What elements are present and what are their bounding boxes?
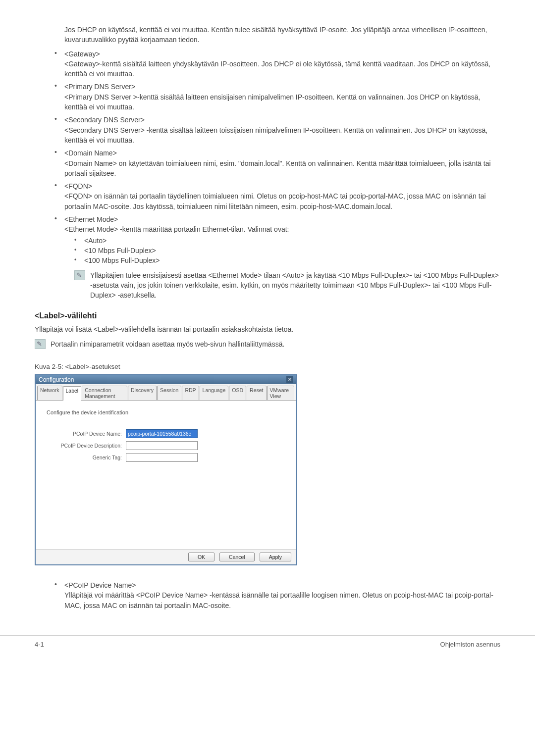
sub-bullet-100mbps: • <100 Mbps Full-Duplex> (74, 256, 500, 264)
term-fqdn: <FQDN> (64, 181, 500, 191)
desc-domain-name: <Domain Name> on käytettävän toimialueen… (64, 158, 500, 179)
note-ethernet: Ylläpitäjien tulee ensisijaisesti asetta… (74, 270, 500, 301)
tab-rdp[interactable]: RDP (182, 386, 199, 400)
bullet-pcoip-device-name: • <PCoIP Device Name> Ylläpitäjä voi mää… (54, 580, 500, 610)
bullet-fqdn: • <FQDN> <FQDN> on isännän tai portaalin… (54, 181, 500, 211)
dialog-titlebar: Configuration ✕ (36, 375, 296, 384)
term-gateway: <Gateway> (64, 49, 500, 59)
tab-session[interactable]: Session (157, 386, 181, 400)
intro-paragraph: Jos DHCP on käytössä, kenttää ei voi muu… (64, 25, 500, 45)
option-10mbps: <10 Mbps Full-Duplex> (84, 247, 500, 254)
footer-right: Ohjelmiston asennus (440, 641, 500, 648)
tab-osd[interactable]: OSD (229, 386, 246, 400)
label-para: Ylläpitäjä voi lisätä <Label>-välilehdel… (35, 324, 500, 334)
input-device-name[interactable] (126, 429, 198, 438)
bullet-dot-icon: • (74, 237, 84, 245)
apply-button[interactable]: Apply (260, 553, 291, 561)
bullet-dot-icon: • (54, 115, 64, 145)
tab-network[interactable]: Network (37, 386, 62, 400)
tab-connection-management[interactable]: Connection Management (82, 386, 127, 400)
figure-caption: Kuva 2-5: <Label>-asetukset (35, 363, 500, 370)
bullet-dot-icon: • (54, 214, 64, 235)
bullet-domain-name: • <Domain Name> <Domain Name> on käytett… (54, 148, 500, 178)
bullet-dot-icon: • (74, 256, 84, 264)
sub-bullet-auto: • <Auto> (74, 237, 500, 245)
term-domain-name: <Domain Name> (64, 148, 500, 158)
close-icon[interactable]: ✕ (286, 376, 293, 383)
term-primary-dns: <Primary DNS Server> (64, 82, 500, 92)
label-device-name: PCoIP Device Name: (47, 431, 126, 437)
bullet-dot-icon: • (54, 181, 64, 211)
label-generic-tag: Generic Tag: (47, 454, 126, 460)
configuration-dialog: Configuration ✕ NetworkLabelConnection M… (35, 374, 297, 565)
tab-language[interactable]: Language (200, 386, 229, 400)
note-label: Portaalin nimiparametrit voidaan asettaa… (35, 339, 500, 349)
input-generic-tag[interactable] (126, 453, 198, 462)
bullet-dot-icon: • (54, 82, 64, 112)
tab-discovery[interactable]: Discovery (128, 386, 157, 400)
tab-label[interactable]: Label (63, 386, 82, 401)
dialog-body: Configure the device identification PCoI… (36, 401, 296, 549)
ok-button[interactable]: OK (188, 553, 214, 561)
input-device-description[interactable] (126, 441, 198, 450)
row-generic-tag: Generic Tag: (47, 453, 285, 462)
row-device-name: PCoIP Device Name: (47, 429, 285, 438)
note-ethernet-text: Ylläpitäjien tulee ensisijaisesti asetta… (90, 270, 500, 301)
dialog-tabs: NetworkLabelConnection ManagementDiscove… (36, 384, 296, 401)
bullet-ethernet-mode: • <Ethernet Mode> <Ethernet Mode> -kentt… (54, 214, 500, 235)
tab-vmware-view[interactable]: VMware View (267, 386, 295, 400)
desc-secondary-dns: <Secondary DNS Server> -kenttä sisältää … (64, 125, 500, 146)
term-ethernet-mode: <Ethernet Mode> (64, 214, 500, 224)
desc-ethernet-mode: <Ethernet Mode> -kenttä määrittää portaa… (64, 224, 500, 234)
sub-bullet-10mbps: • <10 Mbps Full-Duplex> (74, 247, 500, 254)
bullet-dot-icon: • (54, 148, 64, 178)
section-title-label-tab: <Label>-välilehti (35, 311, 500, 320)
option-100mbps: <100 Mbps Full-Duplex> (84, 256, 500, 264)
page-footer: 4-1 Ohjelmiston asennus (0, 635, 535, 663)
row-device-description: PCoIP Device Description: (47, 441, 285, 450)
desc-gateway: <Gateway>-kenttä sisältää laitteen yhdys… (64, 59, 500, 79)
bullet-gateway: • <Gateway> <Gateway>-kenttä sisältää la… (54, 49, 500, 79)
desc-pcoip-device-name: Ylläpitäjä voi määrittää <PCoIP Device N… (64, 590, 500, 610)
bullet-dot-icon: • (74, 247, 84, 254)
bullet-primary-dns: • <Primary DNS Server> <Primary DNS Serv… (54, 82, 500, 112)
bullet-dot-icon: • (54, 580, 64, 610)
note-icon (35, 339, 46, 349)
dialog-footer: OK Cancel Apply (36, 549, 296, 564)
desc-primary-dns: <Primary DNS Server >-kenttä sisältää la… (64, 92, 500, 112)
term-pcoip-device-name: <PCoIP Device Name> (64, 580, 500, 590)
desc-fqdn: <FQDN> on isännän tai portaalin täydelli… (64, 191, 500, 211)
label-device-description: PCoIP Device Description: (47, 443, 126, 449)
option-auto: <Auto> (84, 237, 500, 245)
cancel-button[interactable]: Cancel (219, 553, 255, 561)
bullet-dot-icon: • (54, 49, 64, 79)
tab-reset[interactable]: Reset (247, 386, 266, 400)
note-label-text: Portaalin nimiparametrit voidaan asettaa… (51, 339, 500, 349)
bullet-secondary-dns: • <Secondary DNS Server> <Secondary DNS … (54, 115, 500, 145)
dialog-title: Configuration (39, 376, 74, 383)
term-secondary-dns: <Secondary DNS Server> (64, 115, 500, 125)
footer-left: 4-1 (35, 641, 44, 648)
dialog-heading: Configure the device identification (47, 409, 285, 415)
note-icon (74, 270, 85, 280)
